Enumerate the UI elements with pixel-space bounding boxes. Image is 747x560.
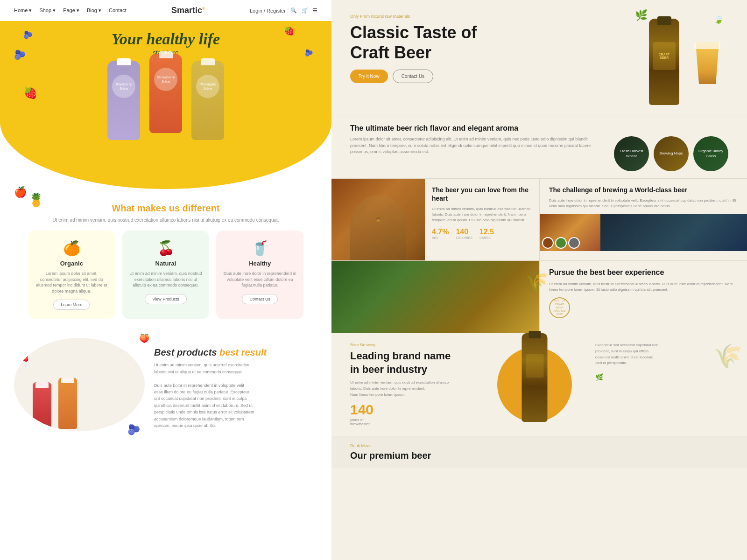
kiwi-decor: 🥝	[124, 343, 135, 354]
strawberry-decor2: 🍓	[284, 26, 294, 36]
flavor-circles: Fresh Harvest Wheat Brewing Hops Organic…	[614, 136, 728, 171]
contact-us-button[interactable]: Contact Us	[393, 70, 433, 83]
nav-home[interactable]: Home ▾	[14, 7, 32, 14]
organic-desc: Lorem ipsum dolor sit amet, consectetur …	[35, 271, 108, 294]
blueberry-decor2: 🫐	[14, 49, 26, 60]
organic-name: Organic	[35, 260, 108, 267]
beer-glass	[693, 42, 721, 93]
brewing-img-2	[600, 214, 747, 251]
card-love-stats: 4.7% ABV 140 CALORIES 12.5 CARBS	[432, 228, 532, 239]
wheat-right: 🌾	[525, 270, 549, 292]
different-section: What makes us different Ut enim ad minim…	[0, 198, 331, 329]
nav-page[interactable]: Page ▾	[63, 7, 79, 14]
feature-natural: 🍒 Natural Ut enim ad minim veniam, quis …	[122, 231, 210, 319]
card-love-desc: Ut enim ad minim veniam, quis nostrud ex…	[432, 206, 532, 223]
organic-btn[interactable]: Learn More	[53, 300, 90, 310]
beer-hero-text: Only From natural raw materials Classic …	[350, 14, 626, 107]
nav-bar: Home ▾ Shop ▾ Page ▾ Blog ▾ Contact Smar…	[0, 0, 331, 21]
natural-name: Natural	[129, 260, 203, 267]
products-title: Best products best result	[154, 347, 317, 358]
feature-healthy: 🥤 Healthy Duis aute irure dolor in repre…	[216, 231, 303, 319]
hero-title: Your healthy life	[0, 30, 331, 48]
flavor-text: Lorem ipsum dolor sit amet, consectetur …	[350, 136, 605, 155]
pursue-text-area: Pursue the best beer experience Ut enim …	[539, 261, 747, 333]
premium-section: Drink More Our premium beer	[331, 436, 747, 468]
beer-top-image: 🌾	[331, 261, 539, 333]
healthy-name: Healthy	[223, 260, 296, 267]
beer-card-love-text: The beer you can love from the heart Ut …	[425, 179, 539, 260]
leading-right-desc: Excepteur sint occaecat cupidatat non pr…	[595, 343, 728, 366]
leading-stat-label: years of brewmaster	[350, 418, 483, 426]
pursue-row: 🌾 Pursue the best beer experience Ut eni…	[331, 260, 747, 333]
pursue-badge: BEST OF CRAFT BEER AWARDS 2023	[549, 297, 738, 318]
natural-btn[interactable]: View Products	[145, 294, 186, 304]
beer-card-brewing-text: The challenge of brewing a World-class b…	[540, 179, 747, 214]
card-brewing-desc: Duis aute irure dolor in reprehenderit i…	[549, 198, 738, 209]
hop-decor-2: 🍃	[713, 14, 724, 24]
beer-card-love-image: 👨	[331, 179, 425, 260]
login-link[interactable]: Login / Register	[250, 8, 286, 14]
leading-text: Beer Brewing Leading brand namein beer i…	[350, 343, 483, 427]
pineapple-decor: 🍍	[28, 192, 44, 208]
stat-carbs: 12.5 CARBS	[479, 228, 494, 239]
nav-right[interactable]: Login / Register 🔍 🛒 ☰	[250, 7, 317, 14]
strawberry-decor3: 🍓	[19, 352, 29, 362]
products-desc: Ut enim ad minim veniam, quis nostrud ex…	[154, 362, 317, 429]
hero-bottles: BlueberryJuice StrawberryJuice Pineapple…	[0, 61, 331, 140]
brewing-img-1	[540, 214, 600, 251]
search-icon[interactable]: 🔍	[290, 7, 297, 14]
healthy-icon: 🥤	[223, 240, 296, 256]
leading-image	[493, 343, 577, 427]
healthy-btn[interactable]: Contact Us	[242, 294, 278, 304]
brewing-images-row	[540, 214, 747, 251]
fruit-decor-bottom: 🫐	[127, 424, 140, 436]
flavor-title: The ultimate beer rich flavor and elegan…	[350, 124, 728, 133]
hero-section: Your healthy life start here 🫐 🫐 🍓 🍓 🫐 B…	[0, 21, 331, 189]
products-image: 🥝 🍓	[14, 338, 145, 431]
feature-organic: 🍊 Organic Lorem ipsum dolor sit amet, co…	[28, 231, 115, 319]
beer-card-brewing: The challenge of brewing a World-class b…	[539, 178, 747, 260]
pursue-title: Pursue the best beer experience	[549, 268, 738, 278]
circle-wheat: Fresh Harvest Wheat	[614, 136, 649, 171]
cart-icon[interactable]: 🛒	[302, 7, 308, 14]
products-section: 🥝 🍓 🍑 🫐 Best products best result Ut eni…	[0, 329, 331, 450]
nav-contact[interactable]: Contact	[109, 7, 127, 14]
blueberry-decor: 🫐	[23, 30, 33, 39]
healthy-desc: Duis aute irure dolor in reprehenderit i…	[223, 271, 296, 288]
leading-label: Beer Brewing	[350, 343, 483, 347]
award-badge: BEST OF CRAFT BEER AWARDS 2023	[549, 297, 570, 318]
logo: Smartic®	[171, 6, 205, 15]
leading-desc: Ut enim ad minim veniam, quis nostrud ex…	[350, 380, 483, 398]
premium-title: Our premium beer	[350, 450, 728, 461]
nav-links[interactable]: Home ▾ Shop ▾ Page ▾ Blog ▾ Contact	[14, 7, 127, 14]
organic-icon: 🍊	[35, 240, 108, 256]
hop-decor-leading: 🌿	[595, 373, 728, 381]
bottle-yellow: PineappleJuice	[191, 61, 224, 140]
circle-barley: Organic Barley Grass	[693, 136, 728, 171]
bottle-purple: BlueberryJuice	[107, 61, 140, 140]
bottle-orange: StrawberryJuice	[149, 54, 182, 133]
beer-card-love: 👨 The beer you can love from the heart U…	[331, 178, 539, 260]
wheat-decor-leading: 🌾	[713, 343, 742, 370]
circle-hops: Brewing Hops	[654, 136, 689, 171]
leading-right-text: Excepteur sint occaecat cupidatat non pr…	[586, 343, 728, 427]
natural-icon: 🍒	[129, 240, 203, 256]
card-love-title: The beer you can love from the heart	[432, 186, 532, 203]
leading-section: Beer Brewing Leading brand namein beer i…	[331, 333, 747, 436]
premium-label: Drink More	[350, 443, 728, 448]
card-brewing-title: The challenge of brewing a World-class b…	[549, 186, 738, 194]
products-text: Best products best result Ut enim ad min…	[154, 338, 317, 441]
stat-abv: 4.7% ABV	[432, 228, 449, 239]
feature-cards: 🍊 Organic Lorem ipsum dolor sit amet, co…	[14, 231, 317, 319]
beer-hero-buttons: Try it Now Contact Us	[350, 70, 626, 83]
blueberry-decor3: 🫐	[305, 49, 313, 56]
stat-calories: 140 CALORIES	[456, 228, 472, 239]
different-title: What makes us different	[14, 203, 317, 214]
try-now-button[interactable]: Try it Now	[350, 70, 388, 83]
nav-blog[interactable]: Blog ▾	[87, 7, 101, 14]
flavor-content: Lorem ipsum dolor sit amet, consectetur …	[350, 136, 728, 171]
nav-shop[interactable]: Shop ▾	[39, 7, 56, 14]
apple-decor: 🍎	[14, 186, 27, 198]
menu-icon[interactable]: ☰	[313, 7, 317, 14]
leading-stat: 140	[350, 402, 483, 418]
